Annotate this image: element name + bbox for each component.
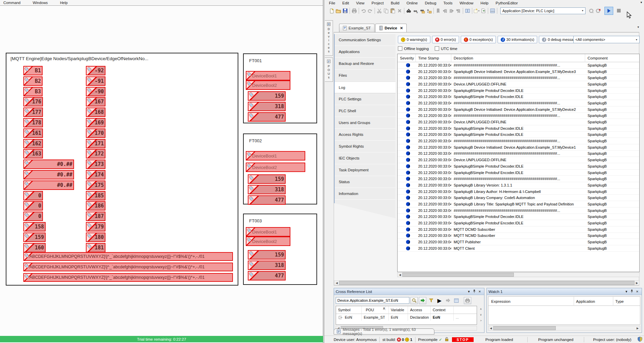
log-row[interactable]: i 20.12.2020 00:33:04 SparkplugBSimple P… bbox=[398, 170, 639, 176]
messages-tab[interactable]: Messages - Total 1 error(s), 1 warning(s… bbox=[334, 328, 434, 335]
log-filter-button[interactable]: ✕ 0 error(s) bbox=[432, 36, 459, 43]
device-nav-item[interactable]: Status bbox=[335, 176, 396, 188]
filter-icon[interactable] bbox=[427, 297, 435, 304]
table-view-icon[interactable] bbox=[453, 297, 460, 304]
scroll-down-icon[interactable]: ∨ bbox=[480, 313, 482, 316]
column-header[interactable]: POU∧ bbox=[362, 306, 389, 314]
open-project-icon[interactable] bbox=[335, 7, 342, 14]
menu-item[interactable]: Window bbox=[459, 1, 473, 5]
log-row[interactable]: i 20.12.2020 00:33:04 MQTT DCMD Subscrib… bbox=[398, 226, 639, 233]
pin-icon[interactable] bbox=[472, 289, 477, 294]
log-table-hscrollbar[interactable]: ◀ bbox=[397, 272, 640, 277]
find-replace-icon[interactable] bbox=[419, 7, 426, 14]
log-row[interactable]: i 20.12.2020 00:33:04 SparkplugB Library… bbox=[398, 189, 639, 195]
log-row[interactable]: i 20.12.2020 00:33:04 SparkplugB Device … bbox=[398, 144, 639, 151]
column-header[interactable]: Access bbox=[408, 306, 431, 314]
column-header[interactable]: Expression bbox=[491, 297, 510, 306]
print-icon[interactable] bbox=[464, 297, 471, 304]
chevron-down-icon[interactable]: ▼ bbox=[624, 290, 629, 293]
column-header[interactable]: Component bbox=[585, 54, 639, 62]
save-icon[interactable] bbox=[342, 7, 349, 14]
window-caret-icon[interactable]: ▼ bbox=[640, 1, 643, 4]
checkbox-icon[interactable] bbox=[435, 46, 439, 51]
copy-icon[interactable] bbox=[383, 7, 389, 14]
crossref-vscrollbar[interactable]: ∧ ∨ > bbox=[478, 307, 483, 331]
column-header[interactable]: Application bbox=[574, 297, 595, 306]
undo-icon[interactable] bbox=[360, 7, 367, 14]
log-row[interactable]: i 20.12.2020 00:33:04 MQTT Publisher Spa… bbox=[398, 239, 639, 245]
menu-item[interactable]: Debug bbox=[425, 1, 436, 5]
log-filter-button[interactable]: ! 0 warning(s) bbox=[398, 36, 430, 43]
log-row[interactable]: i 20.12.2020 00:33:04 SparkplugB Library… bbox=[398, 195, 639, 201]
log-row[interactable]: i 20.12.2020 00:33:04 ##################… bbox=[398, 176, 639, 182]
scroll-up-icon[interactable]: ∧ bbox=[480, 308, 482, 311]
scroll-left-icon[interactable]: ◀ bbox=[334, 281, 339, 285]
export-icon[interactable] bbox=[480, 7, 487, 14]
scroll-right-icon[interactable]: ▶ bbox=[635, 327, 640, 330]
scrollbar-thumb[interactable] bbox=[402, 273, 514, 277]
device-nav-item[interactable]: Communication Settings bbox=[335, 34, 396, 46]
device-nav-item[interactable]: PLC Settings bbox=[335, 93, 396, 105]
device-nav-item[interactable]: Symbol Rights bbox=[335, 141, 396, 152]
column-header[interactable]: Variable bbox=[389, 306, 408, 314]
log-row[interactable]: i 20.12.2020 00:33:04 Device.UNPLUGGED.O… bbox=[398, 81, 639, 88]
log-row[interactable]: i 20.12.2020 00:33:04 Device.UNPLUGGED.O… bbox=[398, 157, 639, 163]
menu-item[interactable]: View bbox=[356, 1, 364, 5]
menu-item[interactable]: Edit bbox=[342, 1, 349, 5]
delete-icon[interactable] bbox=[396, 7, 403, 14]
chevron-down-icon[interactable]: ▼ bbox=[466, 290, 472, 293]
log-row[interactable]: i 20.12.2020 00:33:04 SparkplugB Device … bbox=[398, 69, 639, 75]
device-nav-item[interactable]: Information bbox=[335, 188, 396, 200]
device-nav-item[interactable]: Users and Groups bbox=[335, 117, 396, 129]
menu-item[interactable]: Build bbox=[391, 1, 400, 5]
log-row[interactable]: i 20.12.2020 00:33:04 Device.UNPLUGGED.O… bbox=[398, 119, 639, 125]
log-row[interactable]: i 20.12.2020 00:33:04 SparkplugBSimple P… bbox=[398, 214, 639, 220]
crossref-search-input[interactable] bbox=[336, 297, 409, 304]
tab-list-caret-icon[interactable]: ▼ bbox=[637, 26, 640, 29]
close-icon[interactable]: ✕ bbox=[477, 290, 482, 293]
bookmark-prev-icon[interactable] bbox=[442, 7, 448, 14]
device-nav-item[interactable]: Files bbox=[335, 70, 396, 81]
device-nav-item[interactable]: Applications bbox=[335, 46, 396, 58]
bookmark-toggle-icon[interactable] bbox=[435, 7, 442, 14]
jump-icon[interactable] bbox=[444, 297, 452, 304]
log-row[interactable]: i 20.12.2020 00:33:04 SparkplugBSimple P… bbox=[398, 220, 639, 226]
replace-icon[interactable] bbox=[426, 7, 432, 14]
go-icon[interactable] bbox=[419, 297, 426, 304]
login-icon[interactable] bbox=[588, 7, 595, 14]
tab-device[interactable]: Device ✕ bbox=[375, 24, 407, 32]
device-nav-item[interactable]: PLC Shell bbox=[335, 105, 396, 117]
log-row[interactable]: i 20.12.2020 00:33:04 ##################… bbox=[398, 62, 639, 69]
log-row[interactable]: i 20.12.2020 00:33:04 MQTT NCMD Subscrib… bbox=[398, 233, 639, 239]
log-row[interactable]: i 20.12.2020 00:33:04 SparkplugBSimple P… bbox=[398, 132, 639, 138]
print-icon[interactable] bbox=[351, 7, 358, 14]
panel-titlebar[interactable]: Watch 1 ▼ ✕ bbox=[487, 288, 642, 295]
log-row[interactable]: i 20.12.2020 00:33:04 SparkplugBSimple P… bbox=[398, 163, 639, 170]
cut-icon[interactable] bbox=[376, 7, 383, 14]
active-application-combobox[interactable]: Application [Device: PLC Logic] ▼ bbox=[500, 7, 586, 14]
new-file-icon[interactable] bbox=[328, 7, 335, 14]
find-icon[interactable] bbox=[405, 7, 412, 14]
menu-item[interactable]: File bbox=[329, 1, 335, 5]
incremental-find-icon[interactable]: B bbox=[412, 7, 419, 14]
log-row[interactable]: i 20.12.2020 00:33:04 ##################… bbox=[398, 75, 639, 81]
utc-time-checkbox[interactable]: UTC time bbox=[435, 46, 457, 51]
menu-item[interactable]: PythonEditor bbox=[496, 1, 518, 5]
expand-icon[interactable]: ▶ bbox=[436, 297, 443, 304]
device-nav-item[interactable]: Task Deployment bbox=[335, 164, 396, 176]
log-filter-button[interactable]: E 0 exception(s) bbox=[461, 36, 496, 43]
pin-icon[interactable] bbox=[629, 289, 635, 294]
logout-icon[interactable] bbox=[595, 7, 602, 14]
stop-button[interactable] bbox=[615, 7, 622, 14]
column-header[interactable]: Severity bbox=[398, 54, 416, 62]
column-header[interactable]: Description bbox=[451, 54, 585, 62]
paste-icon[interactable] bbox=[389, 7, 396, 14]
scrollbar-thumb[interactable] bbox=[493, 326, 556, 330]
chevron-down-icon[interactable]: ▼ bbox=[634, 39, 639, 41]
column-header[interactable]: Type bbox=[613, 297, 624, 306]
search-icon[interactable] bbox=[410, 297, 418, 304]
watch-hscrollbar[interactable]: ◀ ▶ bbox=[488, 326, 640, 330]
log-row[interactable]: i 20.12.2020 00:33:04 SparkplugB Device … bbox=[398, 106, 639, 113]
panel-titlebar[interactable]: Cross Reference List ▼ ✕ bbox=[334, 288, 484, 295]
log-row[interactable]: i 20.12.2020 00:33:04 SparkplugBSimple P… bbox=[398, 88, 639, 94]
